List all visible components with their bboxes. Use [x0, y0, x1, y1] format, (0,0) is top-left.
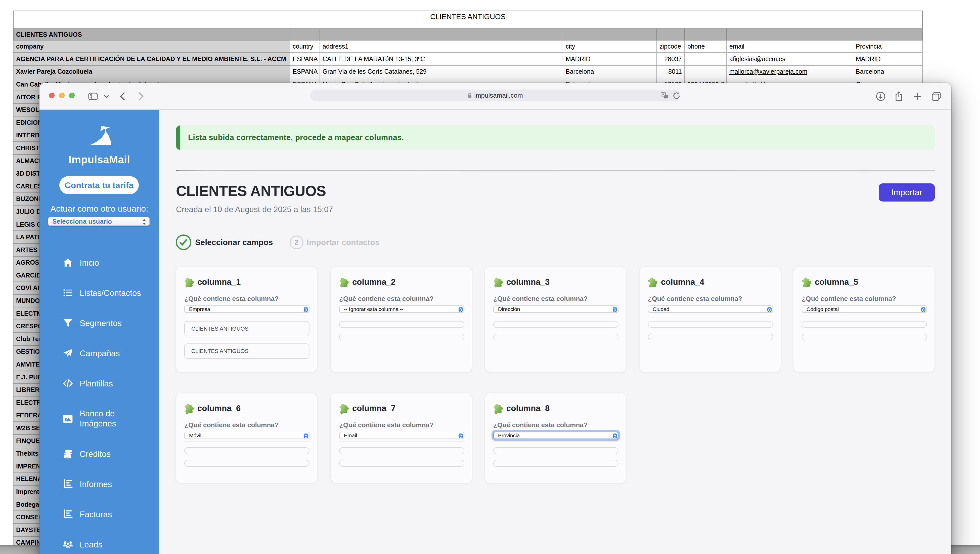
- svg-text:A: A: [662, 93, 664, 96]
